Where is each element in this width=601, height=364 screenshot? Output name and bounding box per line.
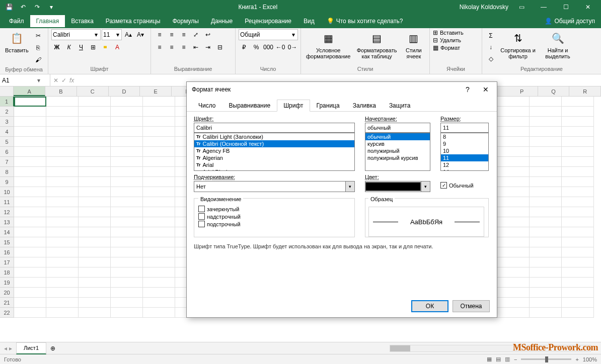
list-item[interactable]: TrCalibri (Основной текст)	[194, 140, 354, 147]
cell[interactable]	[14, 177, 46, 187]
align-top-icon[interactable]: ≡	[154, 29, 165, 40]
cell[interactable]	[46, 107, 79, 117]
align-left-icon[interactable]: ≡	[154, 42, 165, 53]
cell[interactable]	[497, 117, 530, 127]
col-header[interactable]: B	[45, 86, 77, 96]
number-format-input[interactable]	[240, 31, 290, 38]
sort-filter-button[interactable]: ⇅ Сортировка и фильтр	[498, 29, 538, 60]
font-name-field[interactable]	[194, 123, 355, 133]
cell[interactable]	[46, 227, 79, 237]
increase-indent-icon[interactable]: ⇥	[202, 42, 213, 53]
tell-me-search[interactable]: 💡 Что вы хотите сделать?	[327, 18, 403, 25]
cell[interactable]	[497, 308, 530, 318]
copy-icon[interactable]: ⎘	[33, 42, 44, 53]
cell[interactable]	[562, 257, 594, 267]
italic-button[interactable]: К	[63, 42, 74, 53]
cell[interactable]	[562, 217, 594, 227]
cell[interactable]	[530, 117, 562, 127]
format-painter-icon[interactable]: 🖌	[33, 54, 44, 65]
cell[interactable]	[497, 97, 530, 107]
cell[interactable]	[143, 167, 175, 177]
cell[interactable]	[111, 187, 143, 197]
cell[interactable]	[497, 247, 530, 257]
cancel-button[interactable]: Отмена	[453, 300, 490, 312]
cell[interactable]	[530, 157, 562, 167]
row-header[interactable]: 21	[0, 298, 14, 308]
cell[interactable]	[46, 197, 79, 207]
align-bottom-icon[interactable]: ≡	[178, 29, 189, 40]
cell[interactable]	[111, 177, 143, 187]
cell[interactable]	[562, 157, 594, 167]
col-header[interactable]: P	[506, 86, 538, 96]
cell[interactable]	[46, 298, 79, 308]
cell[interactable]	[143, 227, 175, 237]
cell[interactable]	[111, 247, 143, 257]
cell[interactable]	[562, 107, 594, 117]
cell[interactable]	[111, 298, 143, 308]
row-header[interactable]: 3	[0, 117, 14, 127]
find-select-button[interactable]: 🔍 Найти и выделить	[540, 29, 576, 60]
font-size-combo[interactable]: ▾	[102, 29, 122, 40]
close-icon[interactable]: ✕	[579, 0, 597, 14]
cell[interactable]	[530, 247, 562, 257]
cell[interactable]	[79, 257, 111, 267]
col-header[interactable]: D	[109, 86, 140, 96]
tab-review[interactable]: Рецензирование	[239, 15, 297, 27]
cell[interactable]	[79, 288, 111, 298]
paste-button[interactable]: 📋 Вставить	[3, 29, 31, 54]
cell[interactable]	[497, 187, 530, 197]
cell[interactable]	[46, 97, 79, 107]
decrease-indent-icon[interactable]: ⇤	[190, 42, 201, 53]
row-header[interactable]: 22	[0, 308, 14, 318]
conditional-format-button[interactable]: ▦ Условное форматирование	[304, 29, 352, 60]
cell[interactable]	[562, 127, 594, 137]
orientation-icon[interactable]: ⤢	[190, 29, 201, 40]
row-header[interactable]: 17	[0, 257, 14, 267]
cell[interactable]	[14, 117, 46, 127]
cell[interactable]	[530, 237, 562, 247]
cell[interactable]	[143, 247, 175, 257]
checkbox-icon[interactable]	[198, 221, 205, 227]
list-item[interactable]: TrAgency FB	[194, 147, 354, 154]
cell[interactable]	[46, 187, 79, 197]
redo-icon[interactable]: ↷	[32, 2, 42, 12]
cell[interactable]	[530, 97, 562, 107]
qat-customize-icon[interactable]: ▾	[46, 2, 56, 12]
cell[interactable]	[14, 107, 46, 117]
select-all-corner[interactable]	[0, 86, 14, 96]
row-header[interactable]: 20	[0, 288, 14, 298]
cell[interactable]	[111, 137, 143, 147]
sheet-tab[interactable]: Лист1	[16, 342, 46, 354]
cell[interactable]	[530, 187, 562, 197]
tab-insert[interactable]: Вставка	[65, 15, 100, 27]
page-break-icon[interactable]: ▥	[505, 356, 510, 362]
cell[interactable]	[14, 278, 46, 288]
dialog-tab-number[interactable]: Число	[192, 100, 222, 112]
cell[interactable]	[14, 97, 46, 107]
cell[interactable]	[14, 207, 46, 217]
row-header[interactable]: 19	[0, 278, 14, 288]
cell[interactable]	[497, 137, 530, 147]
cell[interactable]	[14, 288, 46, 298]
format-cells-button[interactable]: ▦ Формат	[433, 44, 460, 51]
cell[interactable]	[497, 167, 530, 177]
cell-styles-button[interactable]: ▥ Стили ячеек	[401, 29, 426, 60]
increase-decimal-icon[interactable]: ←0	[275, 42, 286, 53]
list-item[interactable]: полужирный	[365, 147, 430, 154]
delete-cells-button[interactable]: ⊟ Удалить	[433, 37, 461, 44]
align-center-icon[interactable]: ≡	[166, 42, 177, 53]
cell[interactable]	[497, 237, 530, 247]
cell[interactable]	[497, 107, 530, 117]
normal-font-checkbox[interactable]: Обычный	[440, 182, 489, 189]
cell[interactable]	[562, 117, 594, 127]
chevron-down-icon[interactable]: ▾	[345, 181, 354, 192]
chevron-down-icon[interactable]: ▾	[37, 77, 40, 84]
row-header[interactable]: 8	[0, 167, 14, 177]
row-header[interactable]: 4	[0, 127, 14, 137]
bold-button[interactable]: Ж	[51, 42, 62, 53]
list-item[interactable]: 10	[441, 147, 488, 154]
row-header[interactable]: 18	[0, 267, 14, 278]
autosum-icon[interactable]: Σ	[485, 30, 496, 41]
comma-icon[interactable]: 000	[263, 42, 274, 53]
minimize-icon[interactable]: —	[535, 0, 553, 14]
